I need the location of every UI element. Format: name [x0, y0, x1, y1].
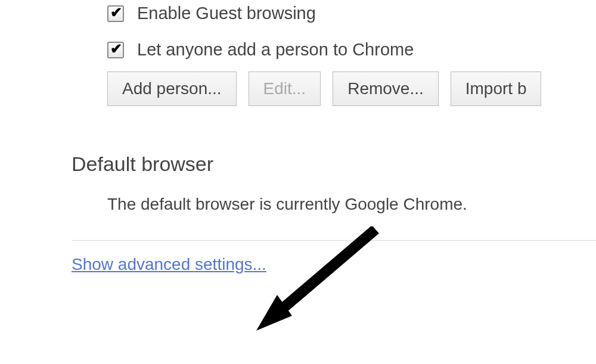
default-browser-heading: Default browser	[72, 153, 596, 176]
default-browser-status: The default browser is currently Google …	[107, 195, 596, 214]
guest-browsing-label: Enable Guest browsing	[137, 4, 316, 23]
edit-button[interactable]: Edit...	[249, 71, 321, 106]
anyone-add-row: Let anyone add a person to Chrome	[107, 40, 596, 60]
section-divider	[72, 240, 596, 241]
svg-marker-0	[256, 295, 292, 331]
show-advanced-link[interactable]: Show advanced settings...	[72, 255, 266, 274]
import-button[interactable]: Import b	[451, 71, 542, 106]
guest-browsing-checkbox[interactable]	[107, 5, 124, 22]
guest-browsing-row: Enable Guest browsing	[107, 4, 596, 23]
anyone-add-label: Let anyone add a person to Chrome	[137, 40, 414, 60]
remove-button[interactable]: Remove...	[333, 71, 439, 106]
add-person-button[interactable]: Add person...	[107, 71, 237, 106]
people-button-row: Add person... Edit... Remove... Import b	[107, 71, 596, 106]
anyone-add-checkbox[interactable]	[107, 42, 124, 58]
